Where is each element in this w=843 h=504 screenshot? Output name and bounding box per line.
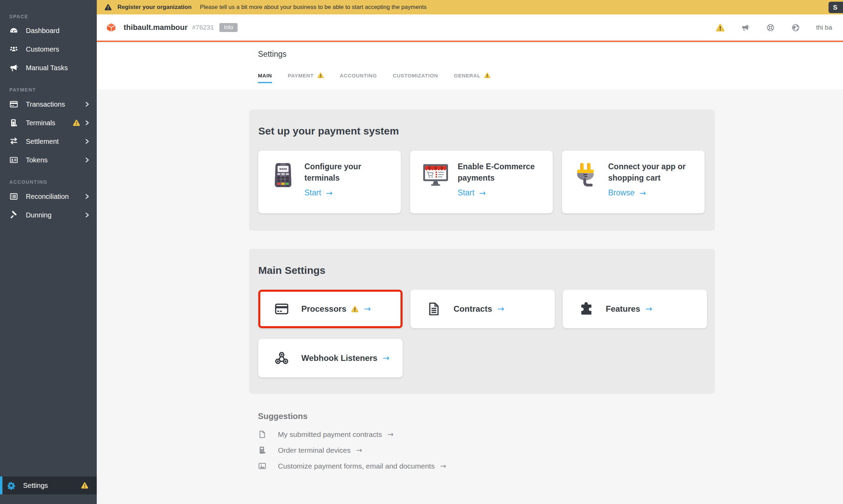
chevron-right-icon [85,157,89,163]
sidebar-item-tokens[interactable]: Tokens [0,151,97,169]
configure-terminals-card[interactable]: Configure your terminals Start→ [258,151,401,213]
arrow-right-icon: → [639,189,646,197]
id-card-icon [9,156,18,164]
arrow-right-icon: → [645,304,652,314]
webhook-icon [273,351,290,366]
credit-card-icon [9,100,18,109]
sidebar-item-terminals[interactable]: Terminals .mk{fill:#3D434C} [0,114,97,132]
brand-cube-logo [106,22,117,33]
connect-app-card[interactable]: Connect your app or shopping cart Browse… [562,151,705,213]
suggestion-customize-forms[interactable]: Customize payment forms, email and docum… [258,462,446,470]
suggestion-submitted-contracts[interactable]: My submitted payment contracts → [258,430,446,439]
tab-accounting[interactable]: ACCOUNTING [340,72,377,83]
setup-payment-panel: Set up your payment system Configure you… [249,109,715,231]
sidebar-section-accounting: ACCOUNTING [0,177,97,187]
sidebar-item-manual-tasks[interactable]: Manual Tasks [0,58,97,77]
register-organization-banner: Register your organization Please tell u… [97,0,843,14]
megaphone-icon [9,63,18,72]
settings-tabs: MAIN PAYMENT ACCOUNTING CUSTOMIZATION GE… [258,72,491,83]
arrow-right-icon: → [440,462,446,470]
chevron-right-icon [85,212,89,218]
arrow-right-icon: → [326,189,333,197]
chevron-right-icon [85,101,89,108]
page-title: Settings [258,50,287,59]
warning-icon[interactable] [716,23,725,32]
language-globe-icon[interactable] [791,23,800,32]
banner-message: Please tell us a bit more about your bus… [200,4,427,11]
pos-terminal-icon [271,162,295,188]
chevron-right-icon [85,193,89,200]
info-badge[interactable]: Info [219,23,238,32]
arrow-right-icon: → [387,430,394,439]
browse-link[interactable]: Browse→ [608,188,646,197]
image-icon [258,462,267,470]
arrow-right-icon: → [383,353,389,363]
file-icon [258,430,267,439]
setup-panel-title: Set up your payment system [249,109,715,137]
credit-card-icon [273,301,290,317]
gavel-icon [9,211,18,219]
main-settings-panel: Main Settings Processors → Contracts → F… [249,249,715,394]
dashboard-icon [9,26,18,35]
plug-icon [574,162,599,188]
account-name: thibault.mambour [124,23,188,32]
tab-payment[interactable]: PAYMENT [288,72,324,83]
chevron-right-icon [85,138,89,145]
arrow-right-icon: → [356,446,362,454]
gear-icon [7,481,15,490]
puzzle-icon [578,301,594,317]
tab-main[interactable]: MAIN [258,72,272,83]
arrow-right-icon: → [497,304,504,314]
sidebar-item-transactions[interactable]: Transactions [0,95,97,114]
sidebar-item-settings[interactable]: Settings [0,476,97,494]
ecommerce-payments-card[interactable]: Enable E-Commerce payments Start→ [410,151,553,213]
warning-icon [484,72,491,78]
swap-arrows-icon [9,137,18,146]
main-settings-title: Main Settings [249,249,715,276]
suggestions-section: Suggestions My submitted payment contrac… [258,411,446,470]
tab-general[interactable]: GENERAL [454,72,491,83]
warning-icon [81,482,89,489]
warning-icon: .mk{fill:#3D434C} [73,119,80,126]
arrow-right-icon: → [364,304,371,314]
banner-corner-button[interactable]: S [829,2,843,13]
sidebar-item-settlement[interactable]: Settlement [0,132,97,151]
warning-icon [317,72,324,78]
sidebar-item-reconciliation[interactable]: Reconciliation [0,187,97,206]
online-shop-icon [423,162,449,188]
start-link[interactable]: Start→ [458,188,486,197]
terminal-icon [9,118,18,127]
sidebar: SPACE Dashboard Customers Manual Tasks P… [0,0,97,504]
webhook-listeners-card[interactable]: Webhook Listeners → [258,339,403,377]
warning-icon [104,4,112,11]
app-header: thibault.mambour #76231 Info thi ba [97,14,843,42]
list-icon [9,192,18,201]
features-card[interactable]: Features → [563,290,707,328]
start-link[interactable]: Start→ [304,188,333,197]
warning-icon [351,305,359,313]
help-lifebuoy-icon[interactable] [766,23,775,32]
suggestion-order-terminals[interactable]: Order terminal devices → [258,446,446,454]
contracts-card[interactable]: Contracts → [410,290,555,328]
account-id: #76231 [192,24,214,31]
arrow-right-icon: → [479,189,486,197]
tab-customization[interactable]: CUSTOMIZATION [393,72,438,83]
announcements-icon[interactable] [741,23,750,32]
document-icon [426,301,442,317]
terminal-icon [258,446,267,454]
sidebar-item-dunning[interactable]: Dunning [0,206,97,224]
sidebar-item-customers[interactable]: Customers [0,40,97,58]
sidebar-section-payment: PAYMENT [0,85,97,95]
sidebar-item-dashboard[interactable]: Dashboard [0,21,97,40]
banner-title: Register your organization [117,4,191,11]
chevron-right-icon [85,119,89,126]
processors-card[interactable]: Processors → [258,290,403,328]
customers-icon [9,45,18,54]
suggestions-title: Suggestions [258,411,446,421]
sidebar-section-space: SPACE [0,0,97,21]
user-menu[interactable]: thi ba [816,24,834,31]
